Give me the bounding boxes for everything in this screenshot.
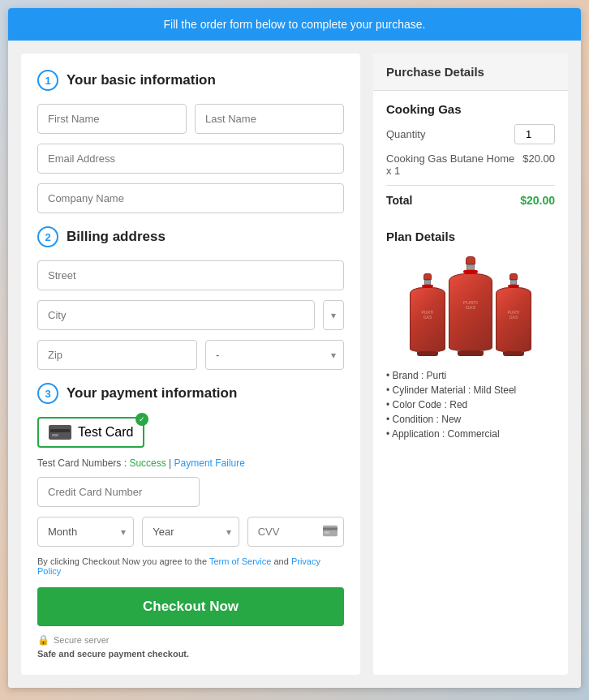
year-select[interactable]: Year 2024 2025 2026 2027 2028 (142, 517, 239, 547)
total-label: Total (386, 194, 412, 207)
country-select[interactable]: Country United States United Kingdom Ind… (323, 300, 344, 330)
cc-number-input[interactable] (37, 477, 200, 507)
cylinder-right: PURTI GAS (496, 273, 531, 356)
payment-section-title: 3 Your payment information (37, 383, 344, 404)
page-wrapper: Fill the order form below to complete yo… (8, 8, 581, 688)
plan-details-title: Plan Details (386, 230, 555, 243)
first-name-input[interactable] (37, 104, 187, 134)
card-label: Test Card (78, 425, 133, 440)
checkmark-badge: ✓ (135, 413, 148, 426)
purchase-details-body: Cooking Gas Quantity Cooking Gas Butane … (373, 91, 568, 218)
product-price: $20.00 (522, 152, 555, 165)
email-row (37, 144, 344, 174)
basic-info-title: Your basic information (67, 72, 216, 88)
terms-link[interactable]: Term of Service (209, 556, 271, 566)
expiry-cvv-row: Month 01 02 03 04 05 06 07 08 09 10 11 1… (37, 517, 344, 547)
basic-info-section-title: 1 Your basic information (37, 70, 344, 91)
test-card-info: Test Card Numbers : Success | Payment Fa… (37, 457, 344, 469)
quantity-input[interactable] (514, 124, 555, 144)
company-input[interactable] (37, 183, 344, 213)
zip-state-row: - (37, 340, 344, 370)
top-banner: Fill the order form below to complete yo… (8, 8, 581, 41)
month-select-wrapper: Month 01 02 03 04 05 06 07 08 09 10 11 1… (37, 517, 134, 547)
secure-text: 🔒 Secure server (37, 634, 344, 646)
cylinder-center: PURTI GAS (449, 256, 492, 356)
product-line: Cooking Gas Butane Home x 1 (386, 152, 522, 177)
quantity-label: Quantity (386, 128, 425, 140)
section-2-number: 2 (37, 226, 58, 247)
left-panel: 1 Your basic information 2 Billing addre… (21, 54, 360, 675)
month-select[interactable]: Month 01 02 03 04 05 06 07 08 09 10 11 1… (37, 517, 134, 547)
last-name-input[interactable] (195, 104, 344, 134)
checkout-button[interactable]: Checkout Now (37, 587, 344, 626)
svg-rect-3 (323, 525, 337, 536)
plan-features-list: Brand : Purti Cylinder Material : Mild S… (386, 368, 555, 441)
plan-details-section: Plan Details PURTI GAS (373, 218, 568, 453)
city-input[interactable] (37, 300, 315, 330)
feature-brand: Brand : Purti (386, 368, 555, 383)
billing-title: Billing address (67, 229, 166, 245)
and-text: and (273, 556, 288, 566)
year-select-wrapper: Year 2024 2025 2026 2027 2028 (142, 517, 239, 547)
separator: | (169, 457, 171, 469)
section-3-number: 3 (37, 383, 58, 404)
test-card-label: Test Card Numbers : (37, 457, 127, 469)
success-link[interactable]: Success (129, 457, 166, 469)
svg-rect-2 (52, 434, 58, 436)
payment-title: Your payment information (67, 385, 237, 402)
email-input[interactable] (37, 144, 344, 174)
cylinder-left: PURTI GAS (410, 273, 445, 356)
card-icon (49, 425, 71, 440)
feature-condition: Condition : New (386, 412, 555, 427)
quantity-row: Quantity (386, 124, 555, 144)
cylinders-group: PURTI GAS PURTI GAS (410, 256, 531, 356)
billing-section-title: 2 Billing address (37, 226, 344, 247)
main-content: 1 Your basic information 2 Billing addre… (8, 41, 581, 688)
section-1-number: 1 (37, 70, 58, 91)
svg-rect-4 (323, 527, 337, 530)
company-row (37, 183, 344, 213)
city-country-row: Country United States United Kingdom Ind… (37, 300, 344, 330)
safe-text: Safe and secure payment checkout. (37, 649, 344, 659)
product-name: Cooking Gas (386, 102, 555, 116)
cvv-card-icon (323, 525, 337, 539)
svg-rect-5 (325, 531, 329, 533)
cvv-wrapper (247, 517, 344, 547)
right-panel: Purchase Details Cooking Gas Quantity Co… (373, 54, 568, 675)
terms-text: By clicking Checkout Now you agree to th… (37, 556, 344, 576)
name-row (37, 104, 344, 134)
feature-color: Color Code : Red (386, 397, 555, 412)
gas-image: PURTI GAS PURTI GAS (386, 253, 555, 359)
feature-application: Application : Commercial (386, 427, 555, 441)
feature-material: Cylinder Material : Mild Steel (386, 383, 555, 397)
lock-icon: 🔒 (37, 634, 49, 646)
zip-input[interactable] (37, 340, 197, 370)
terms-prefix: By clicking Checkout Now you agree to th… (37, 556, 207, 566)
cc-number-row (37, 477, 344, 507)
street-input[interactable] (37, 260, 344, 290)
svg-rect-1 (50, 429, 70, 432)
product-row: Cooking Gas Butane Home x 1 $20.00 (386, 152, 555, 186)
banner-text: Fill the order form below to complete yo… (164, 18, 426, 31)
total-price: $20.00 (520, 194, 555, 207)
card-option[interactable]: Test Card ✓ (37, 417, 144, 448)
street-row (37, 260, 344, 290)
total-row: Total $20.00 (386, 194, 555, 207)
state-select-wrapper: - (205, 340, 344, 370)
purchase-details-header: Purchase Details (373, 54, 568, 91)
secure-label: Secure server (54, 635, 109, 645)
failure-link[interactable]: Payment Failure (174, 457, 245, 469)
state-select[interactable]: - (205, 340, 344, 370)
country-select-wrapper: Country United States United Kingdom Ind… (323, 300, 344, 330)
